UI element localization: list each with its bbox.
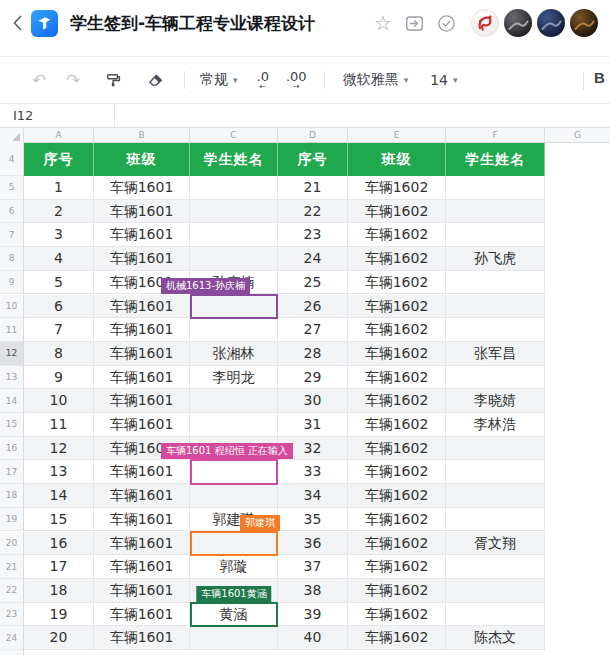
row-header-16[interactable]: 16 xyxy=(0,437,24,461)
cell[interactable]: 1 xyxy=(24,176,94,200)
row-header-8[interactable]: 8 xyxy=(0,247,24,271)
row-header-19[interactable]: 19 xyxy=(0,508,24,532)
cell[interactable]: 28 xyxy=(278,342,348,366)
row-header-13[interactable]: 13 xyxy=(0,366,24,390)
cell[interactable]: 7 xyxy=(24,318,94,342)
cell[interactable] xyxy=(446,366,545,390)
cell[interactable]: 车辆1602 xyxy=(348,579,446,603)
cell[interactable] xyxy=(446,295,545,319)
cell[interactable]: 车辆1602 xyxy=(348,295,446,319)
number-format-dropdown[interactable]: 常规 ▾ xyxy=(200,71,238,89)
cell[interactable] xyxy=(190,626,278,650)
back-icon[interactable] xyxy=(8,11,26,35)
decrease-decimal-button[interactable]: .0 ← xyxy=(257,70,269,90)
column-header-A[interactable]: A xyxy=(24,128,94,143)
document-title[interactable]: 学生签到-车辆工程专业课程设计 xyxy=(70,12,315,35)
cell[interactable]: 车辆1601 xyxy=(94,247,190,271)
cell[interactable]: 车辆1601 xyxy=(94,626,190,650)
cell[interactable]: 20 xyxy=(24,626,94,650)
cell[interactable]: 车辆1602 xyxy=(348,271,446,295)
cell[interactable]: 2 xyxy=(24,200,94,224)
cell[interactable]: 车辆1601 xyxy=(94,460,190,484)
cell[interactable]: 21 xyxy=(278,176,348,200)
font-family-dropdown[interactable]: 微软雅黑 ▾ xyxy=(343,71,409,89)
row-header-9[interactable]: 9 xyxy=(0,271,24,295)
cell[interactable]: 车辆1601 xyxy=(94,555,190,579)
cell[interactable]: 车辆1601 xyxy=(94,200,190,224)
cell[interactable]: 27 xyxy=(278,318,348,342)
row-header-25[interactable]: 25 xyxy=(0,650,24,655)
cell[interactable] xyxy=(190,484,278,508)
cell[interactable]: 33 xyxy=(278,460,348,484)
cell[interactable] xyxy=(446,200,545,224)
column-header-C[interactable]: C xyxy=(190,128,278,143)
cell[interactable]: 5 xyxy=(24,271,94,295)
cell[interactable]: 11 xyxy=(24,413,94,437)
cell[interactable]: 37 xyxy=(278,555,348,579)
cell[interactable] xyxy=(190,223,278,247)
cell[interactable]: 22 xyxy=(278,200,348,224)
select-all-corner[interactable] xyxy=(0,128,24,143)
format-painter-icon[interactable] xyxy=(100,67,126,93)
row-header-17[interactable]: 17 xyxy=(0,460,24,484)
cell[interactable]: 车辆1601 xyxy=(94,342,190,366)
cell[interactable]: 30 xyxy=(278,389,348,413)
cell[interactable] xyxy=(190,318,278,342)
cell[interactable] xyxy=(446,579,545,603)
cell[interactable]: 车辆1601 xyxy=(94,532,190,556)
cell[interactable]: 李晓婧 xyxy=(446,389,545,413)
cell[interactable] xyxy=(446,437,545,461)
eraser-icon[interactable] xyxy=(142,67,168,93)
sheet-grid[interactable]: ABCDEFG456789101112131415161718192021222… xyxy=(0,128,610,655)
cell[interactable] xyxy=(446,271,545,295)
cell[interactable]: 车辆1602 xyxy=(348,437,446,461)
row-header-11[interactable]: 11 xyxy=(0,318,24,342)
avatar-2[interactable] xyxy=(504,9,532,37)
name-box[interactable]: I12 xyxy=(0,104,115,127)
column-header-F[interactable]: F xyxy=(446,128,545,143)
cell[interactable] xyxy=(446,508,545,532)
row-header-22[interactable]: 22 xyxy=(0,579,24,603)
cell[interactable]: 车辆1602 xyxy=(348,603,446,627)
cell[interactable]: 36 xyxy=(278,532,348,556)
cell[interactable]: 郭璇 xyxy=(190,555,278,579)
font-size-dropdown[interactable]: 14 ▾ xyxy=(430,72,457,88)
cell[interactable]: 车辆1601 xyxy=(94,389,190,413)
cell[interactable]: 胥文翔 xyxy=(446,532,545,556)
cell[interactable]: 13 xyxy=(24,460,94,484)
redo-button[interactable]: ↷ xyxy=(60,67,86,93)
row-header-23[interactable]: 23 xyxy=(0,603,24,627)
cell[interactable]: 车辆1602 xyxy=(348,484,446,508)
cell[interactable]: 车辆1602 xyxy=(348,508,446,532)
cell[interactable]: 26 xyxy=(278,295,348,319)
column-header-D[interactable]: D xyxy=(278,128,348,143)
cell[interactable] xyxy=(190,176,278,200)
cell[interactable]: 15 xyxy=(24,508,94,532)
cell[interactable]: 车辆1602 xyxy=(348,176,446,200)
row-header-12[interactable]: 12 xyxy=(0,342,24,366)
cell[interactable]: 39 xyxy=(278,603,348,627)
formula-input[interactable] xyxy=(115,104,610,127)
cell[interactable]: 车辆1602 xyxy=(348,413,446,437)
cell[interactable] xyxy=(446,603,545,627)
bold-button[interactable]: B xyxy=(594,69,605,86)
row-header-10[interactable]: 10 xyxy=(0,295,24,319)
cell[interactable]: 29 xyxy=(278,366,348,390)
row-header-14[interactable]: 14 xyxy=(0,389,24,413)
cell[interactable]: 17 xyxy=(24,555,94,579)
cell[interactable]: 24 xyxy=(278,247,348,271)
check-circle-icon[interactable] xyxy=(437,14,456,33)
row-header-4[interactable]: 4 xyxy=(0,143,24,176)
cell[interactable]: 车辆1602 xyxy=(348,318,446,342)
cell[interactable]: 10 xyxy=(24,389,94,413)
cell[interactable]: 车辆1602 xyxy=(348,555,446,579)
cell[interactable]: 车辆1602 xyxy=(348,460,446,484)
cell[interactable]: 车辆1601 xyxy=(94,413,190,437)
cell[interactable] xyxy=(446,460,545,484)
cell[interactable] xyxy=(190,200,278,224)
cell[interactable]: 车辆1602 xyxy=(348,389,446,413)
star-icon[interactable]: ☆ xyxy=(374,13,392,33)
column-header-G[interactable]: G xyxy=(545,128,610,143)
cell[interactable]: 14 xyxy=(24,484,94,508)
share-icon[interactable] xyxy=(405,14,424,33)
